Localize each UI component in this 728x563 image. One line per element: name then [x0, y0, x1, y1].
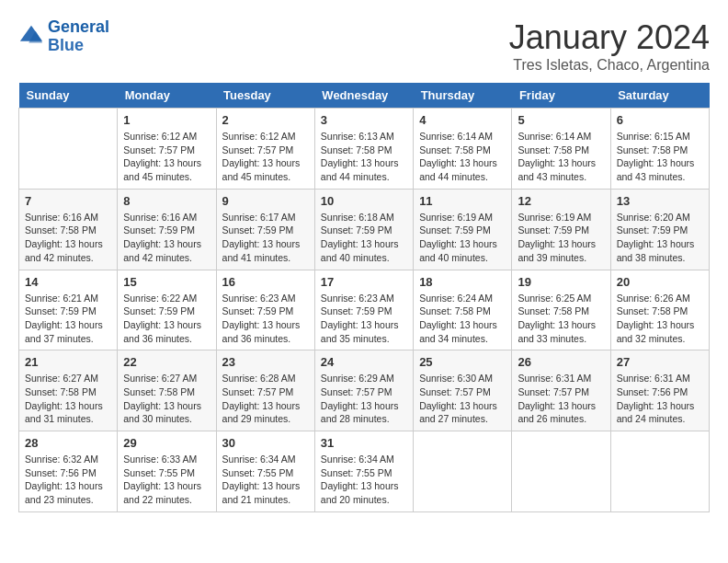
date-number: 13 [617, 194, 703, 208]
day-header-saturday: Saturday [610, 83, 709, 109]
cell-content: Sunrise: 6:23 AMSunset: 7:59 PMDaylight:… [222, 292, 309, 346]
date-number: 22 [123, 355, 210, 369]
day-header-monday: Monday [118, 83, 216, 109]
week-row-4: 21Sunrise: 6:27 AMSunset: 7:58 PMDayligh… [19, 350, 710, 431]
day-header-sunday: Sunday [19, 83, 118, 109]
date-number: 7 [25, 194, 111, 208]
date-number: 23 [222, 355, 309, 369]
calendar-cell [19, 109, 118, 190]
date-number: 17 [321, 275, 407, 289]
logo-general: General [48, 17, 109, 36]
date-number: 25 [419, 355, 506, 369]
date-number: 19 [518, 275, 604, 289]
cell-content: Sunrise: 6:20 AMSunset: 7:59 PMDaylight:… [617, 211, 703, 265]
date-number: 2 [222, 113, 309, 127]
date-number: 3 [321, 113, 407, 127]
cell-content: Sunrise: 6:13 AMSunset: 7:58 PMDaylight:… [321, 130, 407, 184]
day-header-wednesday: Wednesday [314, 83, 413, 109]
calendar-cell: 22Sunrise: 6:27 AMSunset: 7:58 PMDayligh… [118, 350, 216, 431]
cell-content: Sunrise: 6:17 AMSunset: 7:59 PMDaylight:… [222, 211, 309, 265]
calendar-cell: 9Sunrise: 6:17 AMSunset: 7:59 PMDaylight… [216, 189, 314, 270]
date-number: 1 [123, 113, 210, 127]
cell-content: Sunrise: 6:26 AMSunset: 7:58 PMDaylight:… [617, 292, 703, 346]
calendar-cell: 23Sunrise: 6:28 AMSunset: 7:57 PMDayligh… [216, 350, 314, 431]
cell-content: Sunrise: 6:12 AMSunset: 7:57 PMDaylight:… [222, 130, 309, 184]
calendar-cell: 17Sunrise: 6:23 AMSunset: 7:59 PMDayligh… [314, 270, 413, 350]
day-header-tuesday: Tuesday [216, 83, 314, 109]
date-number: 31 [321, 436, 407, 450]
header-section: General Blue January 2024 Tres Isletas, … [18, 18, 710, 74]
calendar-cell [414, 431, 512, 512]
date-number: 6 [617, 113, 703, 127]
date-number: 8 [123, 194, 210, 208]
week-row-5: 28Sunrise: 6:32 AMSunset: 7:56 PMDayligh… [19, 431, 710, 512]
date-number: 28 [25, 436, 111, 450]
cell-content: Sunrise: 6:34 AMSunset: 7:55 PMDaylight:… [321, 453, 407, 507]
cell-content: Sunrise: 6:29 AMSunset: 7:57 PMDaylight:… [321, 372, 407, 426]
calendar-cell: 14Sunrise: 6:21 AMSunset: 7:59 PMDayligh… [19, 270, 118, 350]
calendar-cell: 7Sunrise: 6:16 AMSunset: 7:58 PMDaylight… [19, 189, 118, 270]
day-header-row: SundayMondayTuesdayWednesdayThursdayFrid… [19, 83, 710, 109]
date-number: 24 [321, 355, 407, 369]
calendar-cell: 24Sunrise: 6:29 AMSunset: 7:57 PMDayligh… [314, 350, 413, 431]
date-number: 20 [617, 275, 703, 289]
week-row-3: 14Sunrise: 6:21 AMSunset: 7:59 PMDayligh… [19, 270, 710, 350]
cell-content: Sunrise: 6:12 AMSunset: 7:57 PMDaylight:… [123, 130, 210, 184]
calendar-cell: 30Sunrise: 6:34 AMSunset: 7:55 PMDayligh… [216, 431, 314, 512]
date-number: 18 [419, 275, 506, 289]
calendar-cell: 13Sunrise: 6:20 AMSunset: 7:59 PMDayligh… [610, 189, 709, 270]
date-number: 12 [518, 194, 604, 208]
calendar-cell: 16Sunrise: 6:23 AMSunset: 7:59 PMDayligh… [216, 270, 314, 350]
calendar-cell: 10Sunrise: 6:18 AMSunset: 7:59 PMDayligh… [314, 189, 413, 270]
cell-content: Sunrise: 6:28 AMSunset: 7:57 PMDaylight:… [222, 372, 309, 426]
logo-text: General Blue [48, 18, 109, 55]
calendar-cell [512, 431, 610, 512]
cell-content: Sunrise: 6:27 AMSunset: 7:58 PMDaylight:… [123, 372, 210, 426]
page-container: General Blue January 2024 Tres Isletas, … [18, 18, 710, 512]
date-number: 11 [419, 194, 506, 208]
date-number: 4 [419, 113, 506, 127]
calendar-cell: 3Sunrise: 6:13 AMSunset: 7:58 PMDaylight… [314, 109, 413, 190]
calendar-cell: 25Sunrise: 6:30 AMSunset: 7:57 PMDayligh… [414, 350, 512, 431]
cell-content: Sunrise: 6:32 AMSunset: 7:56 PMDaylight:… [25, 453, 111, 507]
cell-content: Sunrise: 6:25 AMSunset: 7:58 PMDaylight:… [518, 292, 604, 346]
calendar-cell: 12Sunrise: 6:19 AMSunset: 7:59 PMDayligh… [512, 189, 610, 270]
date-number: 10 [321, 194, 407, 208]
calendar-cell: 2Sunrise: 6:12 AMSunset: 7:57 PMDaylight… [216, 109, 314, 190]
cell-content: Sunrise: 6:19 AMSunset: 7:59 PMDaylight:… [518, 211, 604, 265]
cell-content: Sunrise: 6:33 AMSunset: 7:55 PMDaylight:… [123, 453, 210, 507]
cell-content: Sunrise: 6:27 AMSunset: 7:58 PMDaylight:… [25, 372, 111, 426]
calendar-table: SundayMondayTuesdayWednesdayThursdayFrid… [18, 83, 710, 512]
day-header-friday: Friday [512, 83, 610, 109]
logo-icon [18, 24, 44, 50]
calendar-cell: 19Sunrise: 6:25 AMSunset: 7:58 PMDayligh… [512, 270, 610, 350]
calendar-cell: 4Sunrise: 6:14 AMSunset: 7:58 PMDaylight… [414, 109, 512, 190]
cell-content: Sunrise: 6:16 AMSunset: 7:58 PMDaylight:… [25, 211, 111, 265]
date-number: 30 [222, 436, 309, 450]
calendar-cell: 8Sunrise: 6:16 AMSunset: 7:59 PMDaylight… [118, 189, 216, 270]
calendar-cell: 31Sunrise: 6:34 AMSunset: 7:55 PMDayligh… [314, 431, 413, 512]
cell-content: Sunrise: 6:31 AMSunset: 7:57 PMDaylight:… [518, 372, 604, 426]
calendar-cell: 5Sunrise: 6:14 AMSunset: 7:58 PMDaylight… [512, 109, 610, 190]
date-number: 26 [518, 355, 604, 369]
day-header-thursday: Thursday [414, 83, 512, 109]
cell-content: Sunrise: 6:24 AMSunset: 7:58 PMDaylight:… [419, 292, 506, 346]
date-number: 29 [123, 436, 210, 450]
cell-content: Sunrise: 6:22 AMSunset: 7:59 PMDaylight:… [123, 292, 210, 346]
logo: General Blue [18, 18, 109, 55]
cell-content: Sunrise: 6:19 AMSunset: 7:59 PMDaylight:… [419, 211, 506, 265]
cell-content: Sunrise: 6:30 AMSunset: 7:57 PMDaylight:… [419, 372, 506, 426]
calendar-title: January 2024 [509, 18, 710, 57]
date-number: 9 [222, 194, 309, 208]
calendar-cell [610, 431, 709, 512]
calendar-cell: 15Sunrise: 6:22 AMSunset: 7:59 PMDayligh… [118, 270, 216, 350]
title-section: January 2024 Tres Isletas, Chaco, Argent… [509, 18, 710, 74]
calendar-cell: 26Sunrise: 6:31 AMSunset: 7:57 PMDayligh… [512, 350, 610, 431]
date-number: 16 [222, 275, 309, 289]
date-number: 21 [25, 355, 111, 369]
cell-content: Sunrise: 6:15 AMSunset: 7:58 PMDaylight:… [617, 130, 703, 184]
calendar-cell: 11Sunrise: 6:19 AMSunset: 7:59 PMDayligh… [414, 189, 512, 270]
cell-content: Sunrise: 6:18 AMSunset: 7:59 PMDaylight:… [321, 211, 407, 265]
cell-content: Sunrise: 6:14 AMSunset: 7:58 PMDaylight:… [419, 130, 506, 184]
date-number: 27 [617, 355, 703, 369]
